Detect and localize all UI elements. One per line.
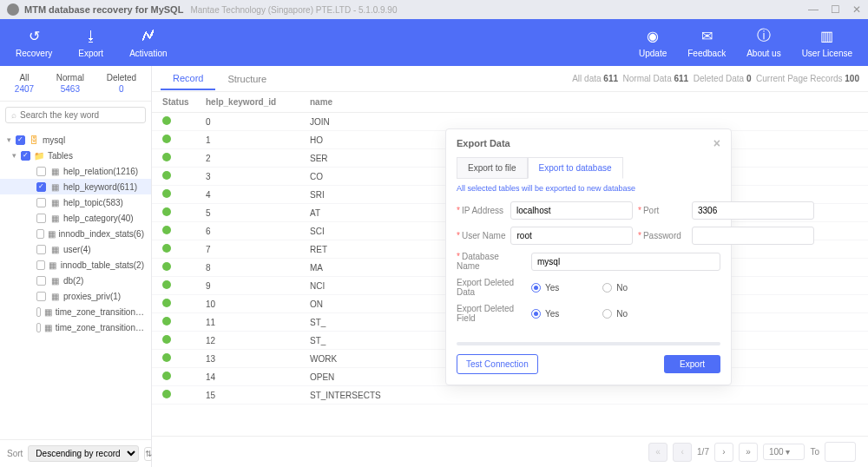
- about-button[interactable]: ⓘAbout us: [746, 28, 780, 58]
- tree-folder-tables[interactable]: ▾ 📁 Tables: [0, 148, 151, 163]
- checkbox[interactable]: [36, 167, 46, 176]
- tree-table-item[interactable]: ▦help_topic(583): [0, 194, 151, 210]
- tree-label: help_keyword(611): [63, 182, 137, 192]
- ip-input[interactable]: [510, 201, 633, 220]
- checkbox[interactable]: [36, 214, 46, 223]
- tab-export-database[interactable]: Export to database: [528, 157, 623, 179]
- tree-table-item[interactable]: ▦innodb_index_stats(6): [0, 226, 151, 241]
- page-to-input[interactable]: [825, 442, 856, 462]
- status-dot-icon: [162, 262, 171, 271]
- radio-deleted-field-yes[interactable]: Yes: [531, 309, 559, 319]
- dbname-label: *Database Name: [457, 252, 523, 271]
- checkbox[interactable]: [36, 307, 41, 317]
- recovery-button[interactable]: ↺Recovery: [16, 28, 52, 58]
- dialog-close-icon[interactable]: ×: [713, 136, 720, 150]
- tree-table-item[interactable]: ▦user(4): [0, 241, 151, 257]
- activation-button[interactable]: 🗲Activation: [129, 28, 167, 58]
- status-dot-icon: [162, 153, 171, 161]
- test-connection-button[interactable]: Test Connection: [457, 354, 538, 374]
- cell-id: 5: [206, 208, 310, 218]
- checkbox[interactable]: [36, 323, 41, 332]
- tree-table-item[interactable]: ▦time_zone_transition…: [0, 319, 151, 335]
- feedback-button[interactable]: ✉Feedback: [687, 28, 726, 58]
- tree-table-item[interactable]: ▦time_zone_transition…: [0, 304, 151, 319]
- toolbar-label: Recovery: [16, 49, 52, 58]
- tree-table-item[interactable]: ▦innodb_table_stats(2): [0, 257, 151, 273]
- export-button[interactable]: ⭳Export: [78, 28, 103, 58]
- port-input[interactable]: [692, 201, 814, 220]
- page-last-button[interactable]: »: [739, 443, 758, 462]
- tree-table-item[interactable]: ▦help_relation(1216): [0, 163, 151, 179]
- cell-id: 6: [206, 227, 310, 236]
- toolbar-label: Update: [639, 49, 667, 58]
- export-button[interactable]: Export: [664, 355, 720, 373]
- tab-record[interactable]: Record: [161, 68, 215, 90]
- dialog-hint: All selected tables will be exported to …: [446, 179, 731, 198]
- count-deleted-value: 0: [107, 84, 136, 94]
- port-label: *Port: [638, 206, 687, 215]
- cell-id: 11: [206, 318, 310, 327]
- page-size-select[interactable]: 100 ▾: [763, 444, 805, 460]
- cell-id: 2: [206, 154, 310, 163]
- tree-label: Tables: [48, 151, 73, 161]
- count-all-label: All: [15, 73, 34, 82]
- minimize-icon[interactable]: —: [808, 3, 819, 16]
- table-icon: ▦: [44, 306, 52, 317]
- radio-deleted-data-no[interactable]: No: [602, 283, 628, 293]
- dbname-input[interactable]: [531, 253, 720, 271]
- checkbox[interactable]: [36, 245, 46, 254]
- close-icon[interactable]: ✕: [852, 3, 861, 16]
- checkbox[interactable]: [21, 151, 30, 161]
- twisty-icon[interactable]: ▾: [12, 151, 21, 160]
- radio-deleted-data-yes[interactable]: Yes: [531, 283, 559, 293]
- tree-table-item[interactable]: ▦proxies_priv(1): [0, 288, 151, 304]
- checkbox[interactable]: [36, 229, 44, 239]
- tree-label: time_zone_transition…: [56, 323, 144, 332]
- update-button[interactable]: ◉Update: [639, 28, 667, 58]
- status-dot-icon: [162, 280, 171, 289]
- main-toolbar: ↺Recovery⭳Export🗲Activation ◉Update✉Feed…: [0, 19, 868, 66]
- folder-icon: 📁: [34, 150, 44, 161]
- about-icon: ⓘ: [755, 28, 773, 45]
- tab-export-file[interactable]: Export to file: [457, 157, 528, 179]
- export-progress: [457, 342, 720, 345]
- twisty-icon[interactable]: ▾: [7, 135, 16, 144]
- checkbox[interactable]: [36, 198, 46, 207]
- checkbox[interactable]: [36, 260, 45, 270]
- tree-root-mysql[interactable]: ▾ 🗄 mysql: [0, 132, 151, 148]
- status-dot-icon: [162, 116, 171, 125]
- tab-structure[interactable]: Structure: [215, 69, 279, 89]
- license-button[interactable]: ▥User License: [802, 28, 852, 58]
- user-label: *User Name: [457, 231, 505, 240]
- checkbox[interactable]: [36, 182, 46, 192]
- radio-deleted-field-no[interactable]: No: [602, 309, 628, 319]
- password-input[interactable]: [692, 227, 814, 245]
- cell-id: 1: [206, 135, 310, 145]
- table-row[interactable]: 15ST_INTERSECTS: [152, 386, 868, 405]
- content-tabs: Record Structure All data 611 Normal Dat…: [152, 66, 868, 92]
- tree-label: user(4): [63, 245, 91, 254]
- search-icon: ⌕: [11, 110, 16, 120]
- update-icon: ◉: [644, 28, 661, 45]
- cell-name: ST_INTERSECTS: [310, 391, 858, 400]
- status-dot-icon: [162, 226, 171, 234]
- tree-table-item[interactable]: ▦help_category(40): [0, 210, 151, 226]
- sort-select[interactable]: Descending by record: [28, 445, 139, 462]
- page-first-button[interactable]: «: [648, 443, 667, 462]
- status-dot-icon: [162, 189, 171, 198]
- maximize-icon[interactable]: ☐: [831, 3, 840, 16]
- search-input[interactable]: [20, 110, 140, 120]
- tree-table-item[interactable]: ▦help_keyword(611): [0, 179, 151, 194]
- sidebar-search[interactable]: ⌕: [5, 107, 146, 123]
- checkbox[interactable]: [36, 276, 46, 286]
- user-input[interactable]: [510, 227, 633, 245]
- cell-id: 13: [206, 354, 310, 364]
- checkbox[interactable]: [36, 292, 46, 301]
- table-icon: ▦: [49, 275, 60, 286]
- tree-table-item[interactable]: ▦db(2): [0, 273, 151, 288]
- license-icon: ▥: [819, 28, 836, 45]
- page-prev-button[interactable]: ‹: [673, 443, 692, 462]
- checkbox[interactable]: [16, 135, 25, 145]
- app-logo-icon: [7, 3, 19, 16]
- page-next-button[interactable]: ›: [714, 443, 733, 462]
